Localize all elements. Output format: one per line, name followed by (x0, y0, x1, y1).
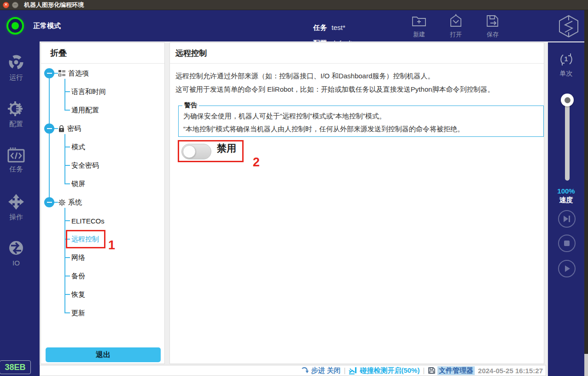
step-arrow-icon (301, 367, 309, 374)
rail-label: IO (12, 259, 20, 267)
task-label: 任务 (313, 24, 327, 31)
window-edge (584, 10, 588, 354)
tree-line (64, 91, 70, 92)
status-badge[interactable]: 38EB (0, 360, 31, 374)
tree-node-system[interactable]: 系统 (44, 196, 82, 209)
collapse-header[interactable]: 折叠 (41, 43, 164, 64)
tree-item-network[interactable]: 网络 (71, 252, 85, 263)
rail-label: 任务 (9, 165, 23, 173)
collapse-minus-icon[interactable] (44, 123, 54, 134)
play-button[interactable] (558, 260, 576, 277)
speed-label: 速度 (548, 196, 584, 205)
save-label: 保存 (487, 31, 499, 38)
collapse-minus-icon[interactable] (44, 68, 54, 78)
tree-item-elitecos[interactable]: ELITECOs (71, 215, 105, 226)
tree-line (64, 276, 70, 276)
tree-line (64, 257, 70, 258)
tree-item-mode[interactable]: 模式 (71, 141, 85, 153)
mode-green-dot (12, 22, 19, 29)
preferences-icon (58, 70, 66, 77)
new-label: 新建 (413, 31, 425, 38)
tree-item-backup[interactable]: 备份 (71, 270, 85, 282)
tree-line (64, 294, 70, 295)
open-task-button[interactable]: 打开 (441, 13, 471, 39)
speed-value: 100% (548, 187, 584, 195)
tree-item-language-time[interactable]: 语言和时间 (71, 86, 106, 97)
status-bar: 步进 关闭 | 碰撞检测开启(50%) | 文件管理器 2024-05-25 1… (40, 365, 546, 376)
run-icon (7, 53, 25, 71)
window-edge (584, 354, 588, 376)
save-task-button[interactable]: 保存 (478, 13, 507, 39)
tree-line (64, 220, 70, 221)
speed-slider-knob[interactable] (561, 94, 574, 106)
tree-node-password[interactable]: 密码 (44, 122, 81, 135)
status-timestamp: 2024-05-25 16:15:27 (478, 367, 543, 375)
single-run-button[interactable]: 1 单次 (548, 51, 584, 78)
sidebar-item-run[interactable]: 运行 (0, 53, 32, 82)
tree-item-update[interactable]: 更新 (71, 307, 85, 318)
tree-item-restore[interactable]: 恢复 (71, 289, 85, 300)
tree-item-lock-screen[interactable]: 锁屏 (71, 178, 85, 189)
tree-node-label: 密码 (67, 124, 81, 133)
os-titlebar: ✕ ─ 机器人图形化编程环境 (0, 0, 588, 10)
tree-node-label: 首选项 (68, 69, 89, 78)
warning-box: 警告 为确保安全使用，机器人可处于“远程控制”模式或“本地控制”模式。 “本地控… (178, 106, 544, 137)
annotation-box-2 (178, 140, 244, 162)
stop-icon (563, 239, 571, 247)
tree-line (64, 208, 65, 313)
mode-label: 正常模式 (33, 22, 61, 30)
warning-line-2: “本地控制”模式将确保当机器人由人控制时，任何从外部来源发送到控制器的命令将被拒… (179, 123, 543, 135)
lock-icon (58, 125, 65, 133)
description-line-2: 这可被用于发送简单的命令到 EliRobot，比如：开始或加载任务以及直接发送P… (175, 82, 495, 96)
speed-slider-track[interactable] (565, 99, 570, 181)
collapse-minus-icon[interactable] (44, 197, 54, 207)
sidebar-item-config[interactable]: 配置 (0, 100, 32, 129)
remote-control-panel: 远程控制 远程控制允许通过外部来源（如：控制器接口、I/O 和Dashboard… (169, 42, 544, 364)
task-value: test* (332, 24, 345, 31)
rail-label: 运行 (9, 73, 23, 81)
play-icon (562, 264, 571, 273)
tree-item-safety-password[interactable]: 安全密码 (71, 160, 99, 171)
tree-node-label: 系统 (68, 198, 82, 207)
page-title: 远程控制 (170, 43, 544, 64)
file-manager-button[interactable]: 文件管理器 (428, 366, 475, 375)
single-label: 单次 (548, 70, 584, 78)
new-task-button[interactable]: 新建 (404, 13, 434, 39)
tree-line (64, 183, 70, 184)
robot-mode-indicator-icon[interactable] (6, 17, 24, 35)
annotation-box-1 (66, 230, 105, 248)
window-title: 机器人图形化编程环境 (24, 1, 84, 9)
elite-robot-logo-icon (557, 14, 580, 40)
warning-legend: 警告 (182, 101, 199, 110)
floppy-icon (428, 367, 436, 374)
close-icon[interactable]: ✕ (3, 2, 9, 8)
annotation-number-1: 1 (108, 238, 115, 253)
gear-icon (7, 100, 25, 118)
new-folder-icon (411, 13, 427, 29)
rail-label: 配置 (9, 120, 23, 128)
collision-detection-status[interactable]: 碰撞检测开启(50%) (349, 366, 419, 375)
tree-line (64, 134, 65, 184)
step-forward-button[interactable] (558, 210, 576, 228)
exit-button[interactable]: 退出 (46, 347, 161, 362)
sidebar-item-task[interactable]: 任务 (0, 147, 32, 174)
sidebar-item-io[interactable]: IO (0, 239, 32, 267)
task-row: 任务test* (313, 24, 345, 32)
collision-icon (349, 366, 358, 375)
separator: | (423, 367, 425, 374)
settings-tree-panel: 折叠 首选项 语言和时间 通用配置 密码 模式 安全密码 锁屏 (41, 42, 165, 364)
tree-line (64, 110, 70, 111)
tree-node-preferences[interactable]: 首选项 (44, 67, 89, 80)
code-window-icon (7, 147, 25, 163)
minimize-icon[interactable]: ─ (12, 2, 18, 8)
warning-line-1: 为确保安全使用，机器人可处于“远程控制”模式或“本地控制”模式。 (179, 110, 543, 123)
tree-line (64, 165, 70, 166)
separator: | (344, 367, 346, 374)
stop-button[interactable] (558, 235, 576, 252)
tree-item-general-config[interactable]: 通用配置 (71, 105, 99, 116)
sidebar-item-operate[interactable]: 操作 (0, 193, 32, 222)
step-mode-status[interactable]: 步进 关闭 (301, 366, 341, 375)
single-count: 1 (548, 55, 584, 63)
tree-line (64, 79, 65, 110)
right-control-rail: 1 单次 100% 速度 (548, 42, 584, 376)
